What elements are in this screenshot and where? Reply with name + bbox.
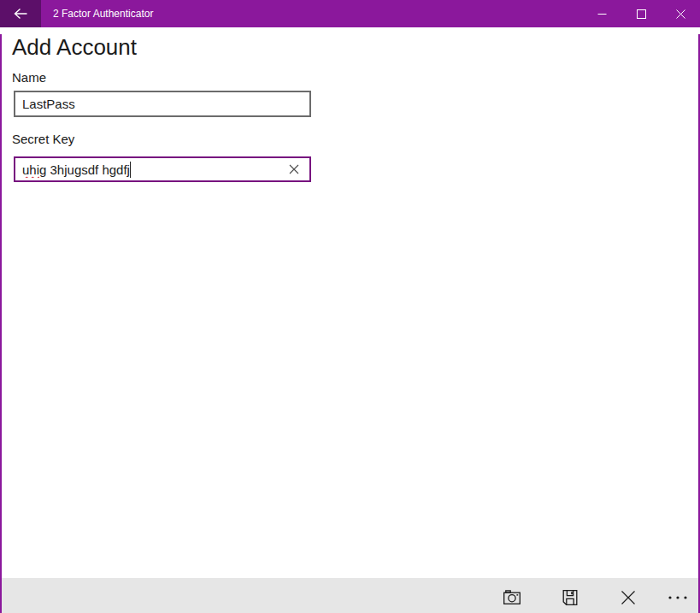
page-title: Add Account xyxy=(12,34,698,60)
app-window: 2 Factor Authenticator Add Account Name xyxy=(0,0,700,613)
page-content: Add Account Name Secret Key uhig 3hjugsd… xyxy=(0,34,700,578)
clear-x-icon xyxy=(289,164,299,174)
titlebar: 2 Factor Authenticator xyxy=(0,0,700,27)
caption-buttons xyxy=(582,0,700,27)
cancel-button[interactable] xyxy=(599,578,657,613)
name-label: Name xyxy=(12,70,698,85)
back-arrow-icon xyxy=(13,7,28,21)
secret-key-label: Secret Key xyxy=(12,132,698,147)
save-button[interactable] xyxy=(541,578,599,613)
more-button[interactable] xyxy=(657,578,698,613)
save-icon xyxy=(561,588,579,607)
ellipsis-icon xyxy=(668,595,688,600)
command-bar xyxy=(0,578,700,613)
maximize-button[interactable] xyxy=(621,0,661,27)
name-input[interactable] xyxy=(14,91,311,117)
back-button[interactable] xyxy=(0,0,41,27)
camera-button[interactable] xyxy=(483,578,541,613)
maximize-icon xyxy=(637,9,646,19)
secret-key-misspelled-word: uhig xyxy=(22,162,46,177)
cancel-x-icon xyxy=(620,589,637,606)
close-button[interactable] xyxy=(661,0,700,27)
text-caret xyxy=(130,162,131,178)
minimize-button[interactable] xyxy=(582,0,621,27)
camera-icon xyxy=(503,588,521,607)
secret-key-input[interactable]: uhig 3hjugsdf hgdfj xyxy=(14,156,311,182)
window-title: 2 Factor Authenticator xyxy=(53,0,582,27)
secret-key-rest: 3hjugsdf hgdfj xyxy=(46,162,130,177)
close-icon xyxy=(676,9,685,19)
minimize-icon xyxy=(597,9,607,19)
clear-text-button[interactable] xyxy=(279,158,309,180)
secret-key-value: uhig 3hjugsdf hgdfj xyxy=(22,162,279,178)
